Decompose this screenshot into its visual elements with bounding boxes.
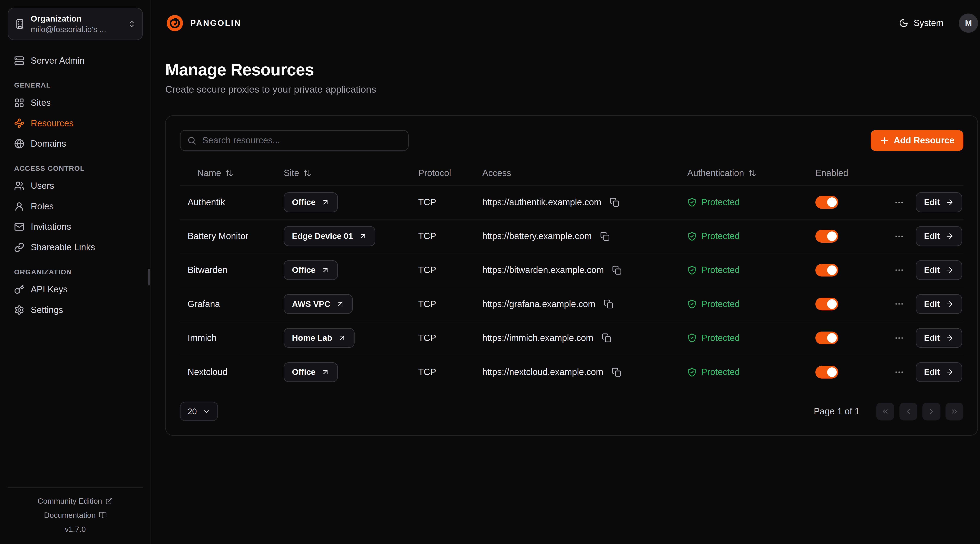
sidebar-item-sites[interactable]: Sites (8, 93, 143, 113)
cell-access: https://authentik.example.com (474, 196, 679, 208)
chevron-right-icon (927, 407, 935, 416)
table-body: Authentik Office TCP https://authentik.e… (180, 186, 963, 389)
edit-button[interactable]: Edit (916, 328, 962, 348)
chevrons-left-icon (881, 407, 889, 416)
users-icon (14, 181, 24, 191)
pager-buttons (876, 403, 963, 420)
search-input[interactable] (180, 130, 409, 151)
user-icon (14, 201, 24, 211)
table-row: Nextcloud Office TCP https://nextcloud.e… (180, 355, 963, 389)
edit-button[interactable]: Edit (916, 226, 962, 246)
org-texts: Organization milo@fossorial.io's ... (31, 13, 122, 35)
copy-url-button[interactable] (610, 366, 622, 378)
moon-icon (899, 18, 908, 28)
column-header-site[interactable]: Site (276, 168, 410, 178)
protocol-value: TCP (418, 333, 436, 343)
row-menu-button[interactable] (893, 331, 905, 344)
row-menu-button[interactable] (893, 298, 905, 310)
enabled-toggle[interactable] (815, 230, 838, 243)
column-header-enabled: Enabled (808, 168, 883, 178)
search-wrap (180, 130, 409, 151)
cell-authentication: Protected (679, 333, 808, 343)
sidebar-item-invitations[interactable]: Invitations (8, 217, 143, 237)
table-row: Authentik Office TCP https://authentik.e… (180, 186, 963, 219)
access-url: https://nextcloud.example.com (482, 367, 603, 377)
auth-status-label: Protected (701, 197, 740, 208)
sidebar-item-users[interactable]: Users (8, 176, 143, 196)
cell-protocol: TCP (410, 333, 474, 343)
previous-page-button[interactable] (899, 403, 918, 420)
edit-button[interactable]: Edit (916, 192, 962, 212)
row-menu-button[interactable] (893, 264, 905, 276)
arrow-right-icon (945, 368, 954, 376)
site-link-button[interactable]: Home Lab (283, 328, 355, 348)
page-size-select[interactable]: 20 (180, 402, 218, 421)
cell-enabled (808, 366, 883, 379)
auth-status-label: Protected (701, 299, 740, 309)
org-selector[interactable]: Organization milo@fossorial.io's ... (8, 8, 143, 40)
copy-icon (612, 367, 621, 377)
cell-authentication: Protected (679, 231, 808, 241)
org-subtitle: milo@fossorial.io's ... (31, 24, 122, 35)
add-resource-button[interactable]: Add Resource (871, 130, 964, 151)
toggle-knob (827, 197, 837, 207)
resource-name: Authentik (188, 197, 225, 208)
site-link-button[interactable]: Office (283, 362, 338, 382)
column-header-protocol: Protocol (410, 168, 474, 178)
sidebar-item-domains[interactable]: Domains (8, 133, 143, 154)
sidebar-item-shareable-links[interactable]: Shareable Links (8, 237, 143, 258)
arrow-right-icon (945, 232, 954, 240)
cell-protocol: TCP (410, 367, 474, 377)
sidebar-scrollbar-thumb[interactable] (148, 269, 150, 285)
copy-url-button[interactable] (611, 264, 623, 276)
external-link-icon (105, 497, 113, 505)
site-link-button[interactable]: Edge Device 01 (283, 226, 375, 246)
cell-actions: Edit (883, 192, 963, 212)
column-header-authentication[interactable]: Authentication (679, 168, 808, 178)
last-page-button[interactable] (945, 403, 964, 420)
cell-access: https://battery.example.com (474, 230, 679, 242)
sidebar-item-settings[interactable]: Settings (8, 300, 143, 320)
site-link-button[interactable]: AWS VPC (283, 294, 353, 314)
enabled-toggle[interactable] (815, 298, 838, 310)
row-menu-button[interactable] (893, 230, 905, 243)
table-row: Grafana AWS VPC TCP https://grafana.exam… (180, 287, 963, 321)
cell-protocol: TCP (410, 265, 474, 275)
column-header-name[interactable]: Name (180, 168, 276, 178)
enabled-toggle[interactable] (815, 366, 838, 379)
arrow-up-right-icon (338, 334, 346, 342)
row-menu-button[interactable] (893, 366, 905, 379)
sidebar-item-api-keys[interactable]: API Keys (8, 279, 143, 300)
key-icon (14, 284, 24, 295)
edit-button[interactable]: Edit (916, 260, 962, 280)
sidebar-item-label: API Keys (31, 284, 68, 295)
edit-button[interactable]: Edit (916, 362, 962, 382)
sidebar-item-roles[interactable]: Roles (8, 196, 143, 217)
first-page-button[interactable] (876, 403, 894, 420)
sidebar-item-resources[interactable]: Resources (8, 113, 143, 133)
next-page-button[interactable] (923, 403, 940, 420)
documentation-link[interactable]: Documentation (8, 508, 143, 522)
cell-access: https://nextcloud.example.com (474, 366, 679, 378)
avatar[interactable]: M (959, 14, 978, 33)
site-link-button[interactable]: Office (283, 192, 338, 212)
copy-url-button[interactable] (600, 332, 612, 344)
copy-url-button[interactable] (608, 196, 620, 208)
copy-url-button[interactable] (603, 298, 615, 310)
edit-label: Edit (924, 367, 940, 377)
enabled-toggle[interactable] (815, 196, 838, 209)
community-edition-link[interactable]: Community Edition (8, 494, 143, 508)
cell-site: Office (276, 192, 410, 212)
theme-selector[interactable]: System (899, 18, 943, 28)
sidebar: Organization milo@fossorial.io's ... Ser… (0, 0, 151, 544)
site-link-button[interactable]: Office (283, 260, 338, 280)
edit-button[interactable]: Edit (916, 294, 962, 314)
enabled-toggle[interactable] (815, 331, 838, 344)
card-footer: 20 Page 1 of 1 (180, 402, 963, 421)
enabled-toggle[interactable] (815, 264, 838, 276)
row-menu-button[interactable] (893, 196, 905, 209)
arrow-up-right-icon (321, 266, 329, 274)
copy-icon (600, 232, 610, 241)
copy-url-button[interactable] (599, 230, 611, 242)
sidebar-item-server-admin[interactable]: Server Admin (8, 51, 143, 71)
